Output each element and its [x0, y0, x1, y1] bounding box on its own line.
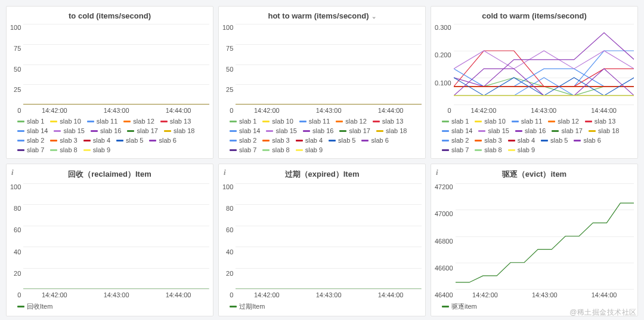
legend-item[interactable]: slab 7: [442, 146, 469, 153]
chart-panel-to-cold[interactable]: to cold (items/second)100755025014:42:00…: [6, 6, 213, 159]
info-icon[interactable]: i: [11, 168, 14, 177]
legend-item[interactable]: slab 4: [83, 137, 110, 144]
legend-item[interactable]: slab 15: [266, 127, 296, 134]
legend-item[interactable]: slab 12: [336, 118, 366, 125]
plot-area[interactable]: [236, 183, 422, 290]
chart-panel-evict[interactable]: i驱逐（evict）item47200470004680046600464001…: [431, 164, 638, 316]
legend-item[interactable]: slab 8: [50, 146, 77, 153]
legend-swatch: [17, 130, 24, 132]
legend-item[interactable]: slab 8: [262, 146, 289, 153]
legend-item[interactable]: slab 9: [296, 146, 323, 153]
legend-item[interactable]: slab 10: [475, 118, 505, 125]
legend-item[interactable]: slab 5: [329, 137, 355, 144]
legend-item[interactable]: slab 18: [589, 127, 619, 134]
chart-panel-expired[interactable]: i过期（expired）Item10080604020014:42:0014:4…: [218, 164, 426, 316]
legend-item[interactable]: slab 1: [442, 118, 469, 125]
legend-item[interactable]: slab 3: [262, 137, 289, 144]
legend-item[interactable]: slab 4: [296, 137, 323, 144]
legend-item[interactable]: slab 7: [230, 146, 256, 153]
legend-label: slab 16: [100, 127, 121, 134]
legend-item[interactable]: slab 2: [17, 137, 44, 144]
legend-label: slab 13: [595, 118, 615, 125]
legend-item[interactable]: slab 13: [160, 118, 191, 125]
legend-item[interactable]: slab 14: [17, 127, 48, 134]
panel-title[interactable]: 驱逐（evict）item: [435, 167, 634, 183]
legend-item[interactable]: slab 9: [83, 146, 110, 153]
legend-item[interactable]: slab 2: [442, 137, 469, 144]
legend-swatch: [339, 130, 346, 132]
legend-item[interactable]: 回收Item: [17, 302, 52, 311]
legend-swatch: [574, 140, 581, 141]
legend-swatch: [299, 121, 306, 122]
legend-item[interactable]: slab 16: [515, 127, 546, 134]
legend-item[interactable]: slab 8: [475, 146, 501, 153]
x-tick-label: 14:43:00: [532, 291, 558, 299]
legend-item[interactable]: 过期Item: [230, 302, 265, 311]
legend-item[interactable]: slab 17: [127, 127, 157, 134]
plot-area[interactable]: [236, 24, 422, 105]
legend-item[interactable]: slab 14: [230, 127, 260, 134]
legend-item[interactable]: slab 10: [262, 118, 293, 125]
legend-item[interactable]: slab 18: [376, 127, 407, 134]
legend-swatch: [17, 149, 24, 151]
legend-item[interactable]: slab 1: [230, 118, 256, 125]
legend-item[interactable]: slab 3: [475, 137, 501, 144]
chart-panel-cold-to-warm[interactable]: cold to warm (items/second)0.3000.2000.1…: [431, 6, 638, 159]
legend-item[interactable]: slab 15: [478, 127, 509, 134]
panel-title[interactable]: hot to warm (items/second)⌄: [222, 9, 422, 24]
legend-item[interactable]: slab 6: [149, 137, 176, 144]
y-tick-label: 0: [17, 107, 21, 114]
panel-title[interactable]: to cold (items/second): [10, 9, 209, 24]
legend-item[interactable]: slab 6: [574, 137, 600, 144]
chart-panel-hot-to-warm[interactable]: hot to warm (items/second)⌄100755025014:…: [218, 6, 426, 159]
legend-item[interactable]: slab 12: [123, 118, 154, 125]
panel-title[interactable]: 回收（reclaimed）Item: [10, 167, 209, 183]
x-tick-label: 14:42:00: [42, 107, 67, 114]
legend-item[interactable]: slab 11: [299, 118, 330, 125]
legend-label: slab 8: [60, 146, 77, 153]
legend-item[interactable]: slab 12: [548, 118, 578, 125]
x-axis: 14:42:0014:43:0014:44:00: [23, 290, 209, 299]
chevron-down-icon[interactable]: ⌄: [371, 13, 376, 20]
legend-swatch: [442, 130, 449, 132]
legend-item[interactable]: slab 5: [116, 137, 143, 144]
info-icon[interactable]: i: [436, 168, 438, 177]
plot-area[interactable]: [23, 183, 209, 290]
panel-title-text: cold to warm (items/second): [482, 11, 587, 20]
plot-area[interactable]: [23, 24, 209, 105]
legend-item[interactable]: slab 11: [87, 118, 117, 125]
legend-swatch: [17, 140, 24, 141]
legend-item[interactable]: slab 3: [50, 137, 77, 144]
legend-item[interactable]: 驱逐item: [442, 302, 477, 311]
legend-item[interactable]: slab 15: [54, 127, 84, 134]
info-icon[interactable]: i: [224, 168, 226, 177]
legend-label: slab 15: [275, 127, 296, 134]
legend-swatch: [475, 121, 482, 122]
legend-item[interactable]: slab 13: [585, 118, 615, 125]
chart-panel-reclaimed[interactable]: i回收（reclaimed）Item10080604020014:42:0014…: [6, 164, 213, 316]
legend-item[interactable]: slab 7: [17, 146, 44, 153]
legend-item[interactable]: slab 10: [50, 118, 80, 125]
legend-item[interactable]: slab 6: [361, 137, 388, 144]
legend-item[interactable]: slab 1: [17, 118, 44, 125]
legend-item[interactable]: slab 2: [230, 137, 256, 144]
y-tick-label: 0: [230, 107, 233, 114]
legend-label: slab 9: [518, 146, 535, 153]
legend-item[interactable]: slab 17: [552, 127, 582, 134]
legend-item[interactable]: slab 9: [508, 146, 535, 153]
legend-item[interactable]: slab 14: [442, 127, 472, 134]
legend-item[interactable]: slab 18: [164, 127, 194, 134]
legend-label: slab 5: [338, 137, 355, 144]
legend-item[interactable]: slab 4: [508, 137, 535, 144]
legend-item[interactable]: slab 5: [541, 137, 568, 144]
legend-item[interactable]: slab 16: [303, 127, 333, 134]
plot-area[interactable]: [456, 183, 634, 290]
legend-item[interactable]: slab 11: [512, 118, 542, 125]
plot-area[interactable]: [454, 24, 634, 105]
panel-title[interactable]: cold to warm (items/second): [435, 9, 634, 24]
x-tick-label: 14:43:00: [104, 107, 129, 114]
legend-item[interactable]: slab 16: [91, 127, 121, 134]
legend-item[interactable]: slab 13: [373, 118, 403, 125]
legend-item[interactable]: slab 17: [339, 127, 370, 134]
panel-title[interactable]: 过期（expired）Item: [222, 167, 422, 183]
